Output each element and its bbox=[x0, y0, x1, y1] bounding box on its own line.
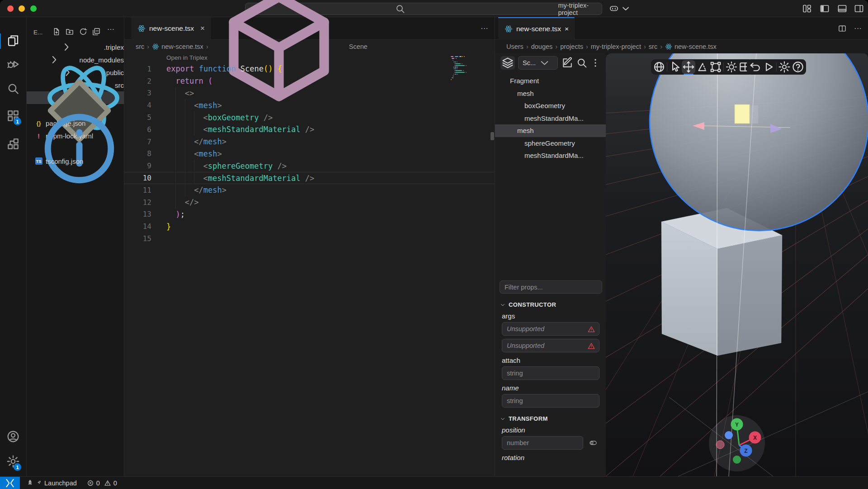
code-line-5[interactable]: 5<boxGeometry /> bbox=[124, 111, 495, 123]
scale-tool-icon[interactable] bbox=[709, 60, 722, 74]
code-line-14[interactable]: 14} bbox=[124, 220, 495, 233]
code-line-2[interactable]: 2return ( bbox=[124, 75, 495, 87]
launchpad-item[interactable]: Launchpad bbox=[26, 479, 77, 487]
toggle-primary-sidebar-icon[interactable] bbox=[819, 3, 830, 14]
undo-icon[interactable] bbox=[748, 60, 762, 74]
file-tree-item-tsconfig.json[interactable]: TStsconfig.json bbox=[27, 155, 124, 167]
toggle-panel-icon[interactable] bbox=[837, 3, 848, 14]
section-header-transform[interactable]: TRANSFORM bbox=[500, 415, 606, 422]
filter-props-input[interactable] bbox=[500, 280, 602, 294]
explorer-icon[interactable] bbox=[6, 33, 20, 48]
scene-tree-item-mesh[interactable]: mesh bbox=[495, 87, 606, 100]
breadcrumb-item[interactable]: Users bbox=[506, 43, 524, 50]
lighting-toggle-icon[interactable] bbox=[725, 60, 738, 74]
code-line-13[interactable]: 13); bbox=[124, 209, 495, 221]
new-file-icon[interactable] bbox=[52, 27, 61, 36]
code-line-12[interactable]: 12</> bbox=[124, 196, 495, 209]
play-icon[interactable] bbox=[762, 60, 775, 74]
code-line-11[interactable]: 11</mesh> bbox=[124, 184, 495, 196]
breadcrumb-item[interactable]: src bbox=[649, 43, 657, 50]
split-editor-icon[interactable] bbox=[838, 24, 847, 33]
breadcrumb-item[interactable]: projects bbox=[560, 43, 583, 50]
prop-input-attach[interactable] bbox=[502, 366, 599, 380]
help-icon[interactable] bbox=[791, 60, 805, 74]
prop-input-position[interactable] bbox=[502, 436, 583, 450]
tab-new-scene[interactable]: new-scene.tsx × bbox=[131, 17, 211, 40]
remote-indicator[interactable] bbox=[0, 477, 20, 489]
scene-canvas[interactable]: Y X Z bbox=[606, 53, 868, 476]
scene-layers-button[interactable] bbox=[500, 56, 515, 70]
warnings-count: 0 bbox=[113, 480, 117, 487]
scene-tree-item-Fragment[interactable]: Fragment bbox=[495, 75, 606, 87]
breadcrumb-item[interactable]: new-scene.tsx bbox=[152, 43, 203, 50]
code-line-10[interactable]: 10<meshStandardMaterial /> bbox=[124, 172, 495, 184]
scene-tree-item-sphereGeometry[interactable]: sphereGeometry bbox=[495, 137, 606, 150]
viewport-settings-icon[interactable] bbox=[778, 60, 791, 74]
account-icon[interactable] bbox=[6, 429, 20, 444]
editor-more-actions-icon[interactable]: ··· bbox=[481, 24, 488, 33]
scene-search-icon[interactable] bbox=[576, 56, 588, 70]
code-lens-open-in-triplex[interactable]: Open in Triplex bbox=[166, 54, 208, 61]
code-line-15[interactable]: 15 bbox=[124, 233, 495, 245]
close-tab-icon[interactable]: × bbox=[200, 24, 205, 33]
zoom-window-button[interactable] bbox=[30, 5, 37, 12]
code-line-9[interactable]: 9<sphereGeometry /> bbox=[124, 160, 495, 172]
axis-y-label: Y bbox=[735, 422, 739, 428]
scene-kebab-menu-icon[interactable] bbox=[590, 56, 601, 70]
code-editor[interactable]: Open in Triplex 1export function Scene()… bbox=[124, 53, 495, 476]
close-window-button[interactable] bbox=[7, 5, 14, 12]
problems-item[interactable]: 0 0 bbox=[87, 480, 117, 487]
tab-triplex-new-scene[interactable]: new-scene.tsx × bbox=[498, 17, 575, 40]
axis-neg-x-dot[interactable] bbox=[716, 441, 724, 449]
copilot-chevron-icon[interactable] bbox=[620, 3, 631, 14]
prop-input-args[interactable] bbox=[502, 339, 599, 352]
breadcrumb-item[interactable]: my-triplex-project bbox=[591, 43, 641, 50]
scene-tree-item-meshStandardMa[interactable]: meshStandardMa... bbox=[495, 112, 606, 125]
run-debug-icon[interactable] bbox=[6, 57, 20, 71]
code-line-8[interactable]: 8<mesh> bbox=[124, 148, 495, 160]
world-space-toggle-icon[interactable] bbox=[652, 60, 666, 74]
breadcrumb[interactable]: Users›douges›projects›my-triplex-project… bbox=[495, 40, 868, 53]
rotate-tool-icon[interactable] bbox=[695, 60, 709, 74]
file-tree-item-.triplex[interactable]: .triplex bbox=[27, 41, 124, 53]
copilot-icon[interactable] bbox=[609, 3, 619, 14]
open-in-editor-icon[interactable] bbox=[561, 56, 574, 70]
scene-tree-item-meshStandardMa[interactable]: meshStandardMa... bbox=[495, 149, 606, 162]
close-tab-icon[interactable]: × bbox=[565, 25, 569, 33]
code-line-4[interactable]: 4<mesh> bbox=[124, 99, 495, 111]
select-tool-icon[interactable] bbox=[668, 60, 682, 74]
toggle-secondary-sidebar-icon[interactable] bbox=[854, 3, 864, 14]
translate-tool-icon[interactable] bbox=[682, 60, 695, 74]
section-header-constructor[interactable]: CONSTRUCTOR bbox=[500, 301, 606, 308]
axis-neg-y-dot[interactable] bbox=[733, 456, 741, 464]
collapse-folders-icon[interactable] bbox=[92, 27, 101, 36]
new-folder-icon[interactable] bbox=[65, 27, 74, 36]
breadcrumb[interactable]: src›new-scene.tsx›Scene bbox=[124, 40, 495, 53]
remote-explorer-icon[interactable] bbox=[6, 137, 20, 151]
prop-input-name[interactable] bbox=[502, 394, 599, 408]
scene-viewport[interactable]: Y X Z bbox=[606, 53, 868, 476]
refresh-explorer-icon[interactable] bbox=[79, 27, 88, 36]
scene-tree-item-mesh[interactable]: mesh bbox=[495, 124, 606, 137]
scene-tree-item-boxGeometry[interactable]: boxGeometry bbox=[495, 100, 606, 112]
minimize-window-button[interactable] bbox=[19, 5, 25, 12]
breadcrumb-item[interactable]: src bbox=[136, 43, 144, 50]
editor-scrollbar[interactable] bbox=[491, 132, 494, 140]
code-line-1[interactable]: 1export function Scene() { bbox=[124, 63, 495, 75]
prop-input-args[interactable] bbox=[502, 322, 599, 336]
orientation-gizmo[interactable]: Y X Z bbox=[709, 415, 765, 471]
file-tree-item-README.md[interactable]: README.md bbox=[27, 142, 124, 155]
breadcrumb-item[interactable]: new-scene.tsx bbox=[665, 43, 717, 50]
axis-neg-z-dot[interactable] bbox=[725, 431, 733, 439]
explorer-more-actions-icon[interactable]: ··· bbox=[107, 25, 116, 34]
customize-layout-icon[interactable] bbox=[802, 3, 812, 14]
search-view-icon[interactable] bbox=[6, 81, 20, 96]
expand-vector-toggle-icon[interactable] bbox=[588, 439, 599, 447]
code-line-6[interactable]: 6<meshStandardMaterial /> bbox=[124, 123, 495, 136]
breadcrumb-item[interactable]: douges bbox=[531, 43, 553, 50]
scene-select-dropdown[interactable]: Sc... bbox=[518, 56, 558, 70]
code-line-3[interactable]: 3<> bbox=[124, 87, 495, 100]
triplex-more-actions-icon[interactable]: ··· bbox=[854, 24, 862, 33]
code-line-7[interactable]: 7</mesh> bbox=[124, 136, 495, 148]
gizmo-plane-handle[interactable] bbox=[735, 104, 750, 123]
